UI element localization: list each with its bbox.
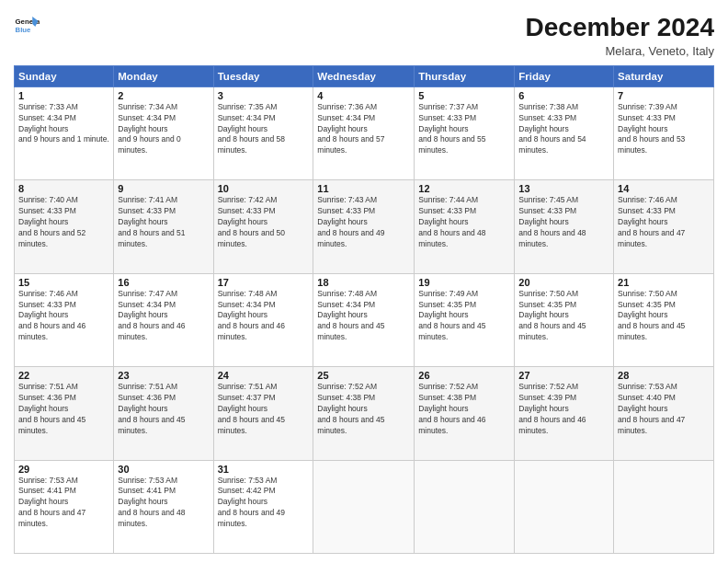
cell-info: Sunrise: 7:50 AMSunset: 4:35 PMDaylight …	[618, 289, 710, 343]
calendar-cell: 22Sunrise: 7:51 AMSunset: 4:36 PMDayligh…	[15, 367, 114, 460]
day-number: 2	[118, 90, 209, 101]
weekday-header-thursday: Thursday	[415, 65, 515, 86]
day-number: 20	[518, 277, 609, 288]
weekday-header-saturday: Saturday	[614, 65, 714, 86]
calendar-cell	[313, 460, 415, 553]
calendar-week-1: 1Sunrise: 7:33 AMSunset: 4:34 PMDaylight…	[15, 86, 714, 179]
day-number: 23	[118, 370, 209, 381]
calendar-cell: 26Sunrise: 7:52 AMSunset: 4:38 PMDayligh…	[415, 367, 515, 460]
cell-info: Sunrise: 7:45 AMSunset: 4:33 PMDaylight …	[518, 195, 609, 249]
cell-info: Sunrise: 7:52 AMSunset: 4:39 PMDaylight …	[518, 382, 609, 436]
calendar-cell: 2Sunrise: 7:34 AMSunset: 4:34 PMDaylight…	[114, 86, 213, 179]
calendar-cell: 6Sunrise: 7:38 AMSunset: 4:33 PMDaylight…	[515, 86, 614, 179]
cell-info: Sunrise: 7:41 AMSunset: 4:33 PMDaylight …	[118, 195, 209, 249]
day-number: 28	[618, 370, 710, 381]
calendar-week-3: 15Sunrise: 7:46 AMSunset: 4:33 PMDayligh…	[15, 273, 714, 366]
weekday-header-friday: Friday	[515, 65, 614, 86]
calendar-cell: 20Sunrise: 7:50 AMSunset: 4:35 PMDayligh…	[515, 273, 614, 366]
cell-info: Sunrise: 7:40 AMSunset: 4:33 PMDaylight …	[18, 195, 109, 249]
weekday-header-row: SundayMondayTuesdayWednesdayThursdayFrid…	[15, 65, 714, 86]
day-number: 14	[618, 183, 710, 194]
calendar-cell: 11Sunrise: 7:43 AMSunset: 4:33 PMDayligh…	[313, 180, 415, 273]
cell-info: Sunrise: 7:50 AMSunset: 4:35 PMDaylight …	[518, 289, 609, 343]
day-number: 4	[317, 90, 410, 101]
day-number: 10	[218, 183, 310, 194]
cell-info: Sunrise: 7:51 AMSunset: 4:36 PMDaylight …	[18, 382, 109, 436]
calendar-cell: 27Sunrise: 7:52 AMSunset: 4:39 PMDayligh…	[515, 367, 614, 460]
day-number: 6	[518, 90, 609, 101]
day-number: 15	[18, 277, 109, 288]
calendar-cell	[415, 460, 515, 553]
weekday-header-monday: Monday	[114, 65, 213, 86]
day-number: 12	[418, 183, 510, 194]
day-number: 21	[618, 277, 710, 288]
day-number: 16	[118, 277, 209, 288]
calendar-cell: 3Sunrise: 7:35 AMSunset: 4:34 PMDaylight…	[213, 86, 313, 179]
cell-info: Sunrise: 7:44 AMSunset: 4:33 PMDaylight …	[418, 195, 510, 249]
weekday-header-wednesday: Wednesday	[313, 65, 415, 86]
day-number: 5	[418, 90, 510, 101]
calendar-cell: 15Sunrise: 7:46 AMSunset: 4:33 PMDayligh…	[15, 273, 114, 366]
calendar-cell: 31Sunrise: 7:53 AMSunset: 4:42 PMDayligh…	[213, 460, 313, 553]
logo: General Blue	[14, 14, 40, 40]
cell-info: Sunrise: 7:53 AMSunset: 4:42 PMDaylight …	[218, 476, 310, 530]
day-number: 29	[18, 464, 109, 475]
calendar-cell: 9Sunrise: 7:41 AMSunset: 4:33 PMDaylight…	[114, 180, 213, 273]
cell-info: Sunrise: 7:53 AMSunset: 4:41 PMDaylight …	[18, 476, 109, 530]
day-number: 24	[218, 370, 310, 381]
cell-info: Sunrise: 7:36 AMSunset: 4:34 PMDaylight …	[317, 102, 410, 156]
day-number: 27	[518, 370, 609, 381]
page: General Blue December 2024 Melara, Venet…	[0, 0, 728, 563]
calendar-cell: 19Sunrise: 7:49 AMSunset: 4:35 PMDayligh…	[415, 273, 515, 366]
calendar-cell: 18Sunrise: 7:48 AMSunset: 4:34 PMDayligh…	[313, 273, 415, 366]
weekday-header-tuesday: Tuesday	[213, 65, 313, 86]
calendar-cell: 17Sunrise: 7:48 AMSunset: 4:34 PMDayligh…	[213, 273, 313, 366]
cell-info: Sunrise: 7:46 AMSunset: 4:33 PMDaylight …	[18, 289, 109, 343]
calendar-cell	[515, 460, 614, 553]
calendar-cell: 1Sunrise: 7:33 AMSunset: 4:34 PMDaylight…	[15, 86, 114, 179]
calendar-cell: 28Sunrise: 7:53 AMSunset: 4:40 PMDayligh…	[614, 367, 714, 460]
cell-info: Sunrise: 7:52 AMSunset: 4:38 PMDaylight …	[317, 382, 410, 436]
calendar-week-4: 22Sunrise: 7:51 AMSunset: 4:36 PMDayligh…	[15, 367, 714, 460]
cell-info: Sunrise: 7:33 AMSunset: 4:34 PMDaylight …	[18, 102, 109, 146]
calendar-cell: 10Sunrise: 7:42 AMSunset: 4:33 PMDayligh…	[213, 180, 313, 273]
day-number: 22	[18, 370, 109, 381]
cell-info: Sunrise: 7:51 AMSunset: 4:37 PMDaylight …	[218, 382, 310, 436]
day-number: 11	[317, 183, 410, 194]
day-number: 30	[118, 464, 209, 475]
cell-info: Sunrise: 7:53 AMSunset: 4:40 PMDaylight …	[618, 382, 710, 436]
day-number: 8	[18, 183, 109, 194]
cell-info: Sunrise: 7:34 AMSunset: 4:34 PMDaylight …	[118, 102, 209, 156]
calendar-cell: 7Sunrise: 7:39 AMSunset: 4:33 PMDaylight…	[614, 86, 714, 179]
cell-info: Sunrise: 7:38 AMSunset: 4:33 PMDaylight …	[518, 102, 609, 156]
cell-info: Sunrise: 7:48 AMSunset: 4:34 PMDaylight …	[317, 289, 410, 343]
calendar-cell: 13Sunrise: 7:45 AMSunset: 4:33 PMDayligh…	[515, 180, 614, 273]
title-block: December 2024 Melara, Veneto, Italy	[526, 14, 714, 58]
calendar-cell: 21Sunrise: 7:50 AMSunset: 4:35 PMDayligh…	[614, 273, 714, 366]
cell-info: Sunrise: 7:43 AMSunset: 4:33 PMDaylight …	[317, 195, 410, 249]
calendar-cell: 29Sunrise: 7:53 AMSunset: 4:41 PMDayligh…	[15, 460, 114, 553]
day-number: 17	[218, 277, 310, 288]
day-number: 7	[618, 90, 710, 101]
calendar-cell: 5Sunrise: 7:37 AMSunset: 4:33 PMDaylight…	[415, 86, 515, 179]
day-number: 18	[317, 277, 410, 288]
calendar-cell: 8Sunrise: 7:40 AMSunset: 4:33 PMDaylight…	[15, 180, 114, 273]
cell-info: Sunrise: 7:35 AMSunset: 4:34 PMDaylight …	[218, 102, 310, 156]
day-number: 9	[118, 183, 209, 194]
logo-icon: General Blue	[14, 14, 40, 40]
cell-info: Sunrise: 7:53 AMSunset: 4:41 PMDaylight …	[118, 476, 209, 530]
calendar-cell	[614, 460, 714, 553]
calendar-week-2: 8Sunrise: 7:40 AMSunset: 4:33 PMDaylight…	[15, 180, 714, 273]
cell-info: Sunrise: 7:39 AMSunset: 4:33 PMDaylight …	[618, 102, 710, 156]
calendar-table: SundayMondayTuesdayWednesdayThursdayFrid…	[14, 65, 714, 554]
month-title: December 2024	[526, 14, 714, 42]
day-number: 31	[218, 464, 310, 475]
cell-info: Sunrise: 7:46 AMSunset: 4:33 PMDaylight …	[618, 195, 710, 249]
svg-text:Blue: Blue	[16, 26, 32, 34]
cell-info: Sunrise: 7:52 AMSunset: 4:38 PMDaylight …	[418, 382, 510, 436]
header: General Blue December 2024 Melara, Venet…	[14, 14, 714, 58]
calendar-cell: 30Sunrise: 7:53 AMSunset: 4:41 PMDayligh…	[114, 460, 213, 553]
day-number: 1	[18, 90, 109, 101]
calendar-cell: 16Sunrise: 7:47 AMSunset: 4:34 PMDayligh…	[114, 273, 213, 366]
day-number: 26	[418, 370, 510, 381]
